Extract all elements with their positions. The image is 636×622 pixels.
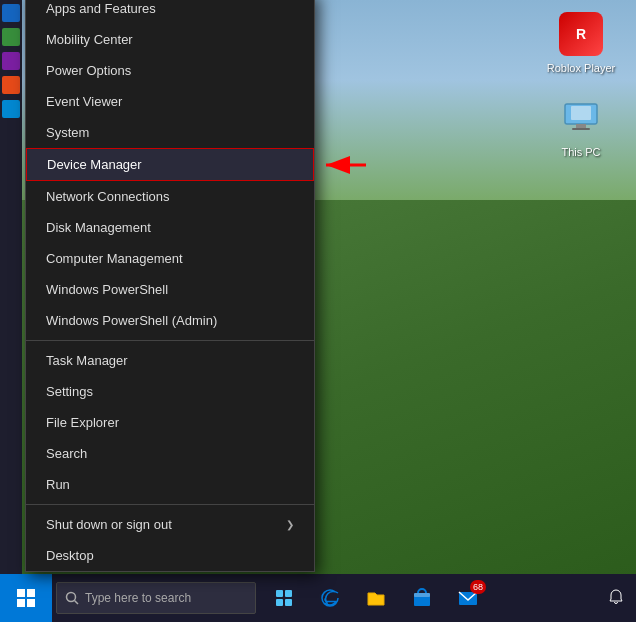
bell-icon <box>608 589 624 605</box>
taskbar: Type here to search <box>0 574 636 622</box>
sidebar-app-2 <box>2 28 20 46</box>
sidebar-app-3 <box>2 52 20 70</box>
search-icon <box>65 591 79 605</box>
menu-item-apps-features[interactable]: Apps and Features <box>26 0 314 24</box>
menu-item-file-explorer[interactable]: File Explorer <box>26 407 314 438</box>
menu-item-power-options[interactable]: Power Options <box>26 55 314 86</box>
store-icon <box>411 587 433 609</box>
menu-item-settings[interactable]: Settings <box>26 376 314 407</box>
sidebar-apps <box>0 0 22 574</box>
task-view-button[interactable] <box>264 578 304 618</box>
taskbar-search[interactable]: Type here to search <box>56 582 256 614</box>
menu-item-computer-management[interactable]: Computer Management <box>26 243 314 274</box>
menu-item-network-connections[interactable]: Network Connections <box>26 181 314 212</box>
desktop: R Roblox Player This PC Apps and Feature… <box>0 0 636 622</box>
taskbar-right <box>604 585 636 611</box>
svg-point-10 <box>67 593 76 602</box>
menu-item-windows-powershell-admin[interactable]: Windows PowerShell (Admin) <box>26 305 314 336</box>
store-button[interactable] <box>402 578 442 618</box>
windows-logo <box>16 588 36 608</box>
search-placeholder: Type here to search <box>85 591 191 605</box>
arrow-svg <box>318 151 368 179</box>
svg-rect-7 <box>27 589 35 597</box>
menu-item-search[interactable]: Search <box>26 438 314 469</box>
start-button[interactable] <box>0 574 52 622</box>
notification-icon[interactable] <box>604 585 628 611</box>
menu-item-system[interactable]: System <box>26 117 314 148</box>
svg-rect-2 <box>576 124 586 128</box>
svg-rect-17 <box>414 593 430 597</box>
svg-line-11 <box>75 601 79 605</box>
svg-rect-12 <box>276 590 283 597</box>
chevron-right-icon: ❯ <box>286 519 294 530</box>
taskbar-icons: 68 <box>264 578 488 618</box>
menu-item-windows-powershell[interactable]: Windows PowerShell <box>26 274 314 305</box>
sidebar-app-5 <box>2 100 20 118</box>
menu-item-disk-management[interactable]: Disk Management <box>26 212 314 243</box>
menu-item-device-manager[interactable]: Device Manager <box>26 148 314 181</box>
edge-button[interactable] <box>310 578 350 618</box>
svg-rect-1 <box>571 106 591 120</box>
svg-rect-15 <box>285 599 292 606</box>
sidebar-app-4 <box>2 76 20 94</box>
menu-item-event-viewer[interactable]: Event Viewer <box>26 86 314 117</box>
sidebar-app-1 <box>2 4 20 22</box>
svg-rect-13 <box>285 590 292 597</box>
svg-rect-6 <box>17 589 25 597</box>
roblox-icon-img: R <box>559 12 603 56</box>
red-arrow-annotation <box>318 151 368 179</box>
thispc-icon <box>557 94 605 142</box>
desktop-icon-roblox[interactable]: R Roblox Player <box>546 10 616 74</box>
menu-item-run[interactable]: Run <box>26 469 314 500</box>
edge-icon <box>319 587 341 609</box>
file-explorer-icon <box>365 587 387 609</box>
task-view-icon <box>274 588 294 608</box>
mail-button[interactable]: 68 <box>448 578 488 618</box>
desktop-icon-thispc[interactable]: This PC <box>546 94 616 158</box>
mail-badge: 68 <box>470 580 486 594</box>
context-menu: Apps and Features Mobility Center Power … <box>25 0 315 572</box>
computer-svg <box>559 96 603 140</box>
menu-item-mobility-center[interactable]: Mobility Center <box>26 24 314 55</box>
roblox-icon: R <box>557 10 605 58</box>
separator-2 <box>26 504 314 505</box>
thispc-label: This PC <box>561 146 600 158</box>
desktop-icons-container: R Roblox Player This PC <box>546 10 616 178</box>
menu-item-shut-down[interactable]: Shut down or sign out ❯ <box>26 509 314 540</box>
svg-rect-9 <box>27 599 35 607</box>
svg-rect-3 <box>572 128 590 130</box>
menu-item-task-manager[interactable]: Task Manager <box>26 345 314 376</box>
svg-rect-14 <box>276 599 283 606</box>
menu-item-desktop[interactable]: Desktop <box>26 540 314 571</box>
file-explorer-button[interactable] <box>356 578 396 618</box>
svg-rect-8 <box>17 599 25 607</box>
roblox-label: Roblox Player <box>547 62 615 74</box>
separator-1 <box>26 340 314 341</box>
